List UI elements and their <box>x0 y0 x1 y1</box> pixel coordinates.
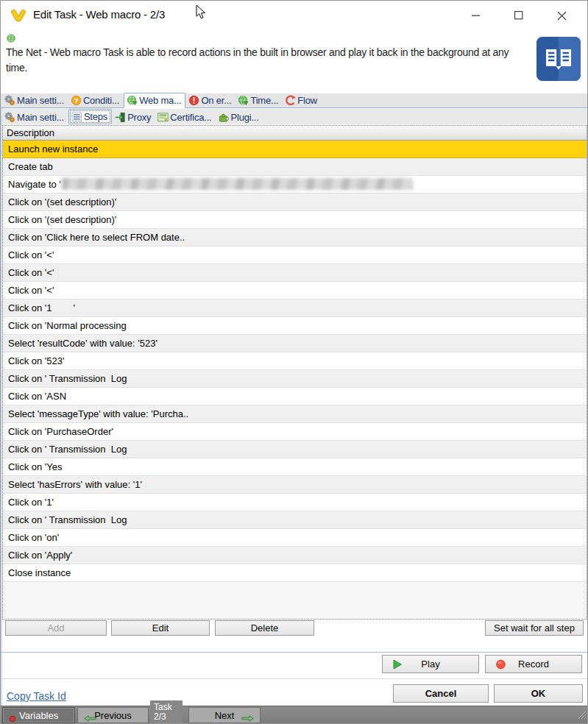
tab-time[interactable]: Time... <box>235 93 282 107</box>
step-row[interactable]: Select 'messageType' with value: 'Purcha… <box>3 405 587 423</box>
step-description: Select 'hasErrors' with value: '1' <box>8 479 142 490</box>
record-button[interactable]: Record <box>485 655 582 673</box>
step-row[interactable]: Launch new instance <box>3 141 587 158</box>
play-button[interactable]: Play <box>382 655 479 673</box>
step-row[interactable]: Create tab <box>3 158 587 176</box>
tab-label: On er... <box>201 95 231 106</box>
step-row[interactable]: Click on '<' <box>3 264 587 282</box>
gear-icon <box>4 112 15 123</box>
svg-text:?: ? <box>74 97 79 104</box>
tab-on-er[interactable]: On er... <box>186 93 235 107</box>
proxy-icon <box>115 112 126 123</box>
step-row[interactable]: Click on '(set description)' <box>3 194 587 211</box>
add-button-label: Add <box>47 622 64 634</box>
plugin-icon <box>218 112 229 123</box>
step-row[interactable]: Select 'resultCode' with value: '523' <box>3 335 587 352</box>
step-row[interactable]: Click on '1' <box>3 494 587 511</box>
step-description: Click on 'Apply' <box>8 550 72 561</box>
table-column-header[interactable]: Description <box>3 126 587 141</box>
step-description: Click on '<' <box>8 267 54 278</box>
play-button-label: Play <box>421 659 439 670</box>
delete-button[interactable]: Delete <box>215 620 314 636</box>
step-description: Click on '523' <box>8 355 65 366</box>
add-button[interactable]: Add <box>5 620 107 636</box>
variables-button[interactable]: Variables <box>2 707 75 723</box>
step-row[interactable]: Click on '(set description)' <box>3 211 587 229</box>
step-row[interactable]: Click on '<' <box>3 246 587 264</box>
step-description: Launch new instance <box>8 143 98 155</box>
arrow-right-icon <box>241 713 254 724</box>
record-icon <box>495 659 506 670</box>
step-row[interactable]: Click on '1 ' <box>3 299 587 317</box>
task-description-text: The Net - Web macro Task is able to reco… <box>6 45 530 76</box>
step-row[interactable]: Click on ' Transmission Log <box>3 511 587 529</box>
tab-label: Proxy <box>127 112 151 123</box>
step-row[interactable]: Navigate to ' <box>3 176 587 194</box>
step-description: Click on 'Yes <box>8 461 63 472</box>
step-row[interactable]: Click on '523' <box>3 352 587 370</box>
separator-line <box>1 678 587 679</box>
arrow-left-icon <box>84 713 96 724</box>
title-bar: Edit Task - Web macro - 2/3 <box>1 1 587 30</box>
step-row[interactable]: Click on 'Yes <box>3 458 587 476</box>
step-description: Click on '<' <box>8 249 54 260</box>
subtab-certifica[interactable]: Certifica... <box>155 110 215 124</box>
step-description: Click on 'on' <box>8 532 59 543</box>
error-icon <box>188 95 199 106</box>
tab-main-setti[interactable]: Main setti... <box>2 93 68 107</box>
step-row[interactable]: Click on ' Transmission Log <box>3 441 587 458</box>
ok-button[interactable]: OK <box>494 684 583 703</box>
gear-icon <box>4 95 15 106</box>
tab-label: Certifica... <box>170 112 211 123</box>
tab-label: Flow <box>297 95 317 106</box>
step-description: Click on 'Normal processing <box>8 320 127 331</box>
step-row[interactable]: Click on 'Click here to select FROM date… <box>3 229 587 246</box>
webmacro-sub-tab-bar: Main setti...StepsProxyCertifica...Plugi… <box>1 109 587 124</box>
step-row[interactable]: Click on 'PurchaseOrder' <box>3 423 587 441</box>
step-description: Click on ' Transmission Log <box>8 373 127 384</box>
tab-label: Main setti... <box>17 95 64 106</box>
step-row[interactable]: Click on ' Transmission Log <box>3 370 587 388</box>
tab-conditi[interactable]: ?Conditi... <box>68 93 123 107</box>
step-row[interactable]: Select 'hasErrors' with value: '1' <box>3 476 587 494</box>
separator-line <box>1 652 587 653</box>
cancel-button[interactable]: Cancel <box>393 684 489 703</box>
variables-label: Variables <box>19 710 58 721</box>
task-page-line2: 2/3 <box>154 712 183 722</box>
red-dot-icon <box>10 713 15 724</box>
play-icon <box>392 659 403 670</box>
step-description: Click on 'Click here to select FROM date… <box>8 232 185 243</box>
previous-task-button[interactable]: Previous <box>77 707 149 723</box>
maximize-icon[interactable] <box>497 1 540 30</box>
subtab-plugi[interactable]: Plugi... <box>216 110 262 124</box>
resize-grip-icon[interactable] <box>576 709 587 723</box>
step-row[interactable]: Click on 'Normal processing <box>3 317 587 335</box>
subtab-proxy[interactable]: Proxy <box>113 110 155 124</box>
subtab-steps[interactable]: Steps <box>68 109 112 124</box>
edit-button[interactable]: Edit <box>111 620 210 636</box>
step-row[interactable]: Click on 'on' <box>3 529 587 547</box>
copy-task-id-link[interactable]: Copy Task Id <box>7 690 66 702</box>
step-row[interactable]: Click on 'ASN <box>3 388 587 405</box>
step-description: Click on 'PurchaseOrder' <box>8 426 113 437</box>
step-description: Click on 'ASN <box>8 391 66 402</box>
set-wait-label: Set wait for all step <box>494 622 575 634</box>
step-description: Click on ' Transmission Log <box>8 444 127 455</box>
tab-label: Conditi... <box>83 95 119 106</box>
step-row[interactable]: Close instance <box>3 564 587 582</box>
set-wait-for-all-step-button[interactable]: Set wait for all step <box>485 620 584 636</box>
tab-flow[interactable]: Flow <box>283 93 321 107</box>
step-description: Click on '1 ' <box>8 302 75 313</box>
close-icon[interactable] <box>540 1 583 30</box>
next-task-button[interactable]: Next <box>188 707 261 723</box>
step-row[interactable]: Click on '<' <box>3 282 587 299</box>
cancel-button-label: Cancel <box>425 688 457 699</box>
step-description: Select 'resultCode' with value: '523' <box>8 338 157 349</box>
task-page-indicator: Task 2/3 <box>150 700 183 724</box>
tab-web-ma[interactable]: Web ma... <box>124 93 185 108</box>
globe-icon <box>127 95 138 106</box>
subtab-main-setti[interactable]: Main setti... <box>2 110 68 124</box>
step-row[interactable]: Click on 'Apply' <box>3 547 587 564</box>
certificate-icon <box>157 113 169 122</box>
minimize-icon[interactable] <box>455 1 497 30</box>
